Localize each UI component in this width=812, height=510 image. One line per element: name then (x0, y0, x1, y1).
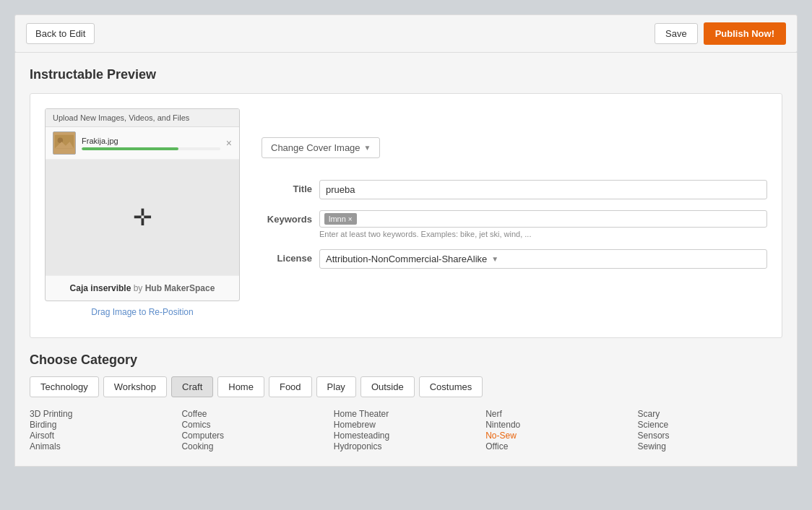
category-section: Choose Category TechnologyWorkshopCraftH… (30, 353, 782, 451)
subcategory-col-4: ScaryScienceSensorsSewing (638, 408, 782, 451)
title-input[interactable] (319, 180, 767, 199)
category-tabs: TechnologyWorkshopCraftHomeFoodPlayOutsi… (30, 376, 782, 397)
back-to-edit-button[interactable]: Back to Edit (26, 23, 95, 44)
keywords-control: lmnn × Enter at least two keywords. Exam… (319, 210, 767, 238)
image-title-link[interactable]: Caja inservible (70, 283, 131, 293)
upload-filename: Frakija.jpg (82, 137, 220, 145)
title-control (319, 180, 767, 199)
change-cover-caret-icon: ▼ (364, 144, 371, 152)
category-tab-outside[interactable]: Outside (360, 376, 415, 397)
upload-item: Frakija.jpg × (46, 127, 239, 160)
keywords-label: Keywords (262, 210, 312, 225)
category-tab-technology[interactable]: Technology (30, 376, 99, 397)
top-right-buttons: Save Publish Now! (655, 22, 786, 45)
keyword-hint: Enter at least two keywords. Examples: b… (319, 230, 767, 238)
title-label: Title (262, 180, 312, 194)
upload-progress-bar (82, 147, 178, 150)
image-area: Upload New Images, Videos, and Files F (45, 108, 240, 323)
subcategory-grid: 3D PrintingBirdingAirsoftAnimalsCoffeeCo… (30, 408, 782, 451)
image-by: by (134, 283, 145, 293)
subcategory-col-1: CoffeeComicsComputersCooking (181, 408, 326, 451)
upload-close-icon[interactable]: × (226, 137, 232, 149)
drag-reposition-label[interactable]: Drag Image to Re-Position (45, 301, 240, 323)
keyword-tag: lmnn × (324, 213, 357, 225)
keyword-remove-icon[interactable]: × (348, 215, 353, 223)
category-title: Choose Category (30, 353, 782, 368)
license-label: License (262, 249, 312, 264)
image-author-link[interactable]: Hub MakerSpace (145, 283, 215, 293)
category-tab-home[interactable]: Home (217, 376, 264, 397)
instructable-preview-title: Instructable Preview (30, 67, 782, 82)
subcategory-item-animals[interactable]: Animals (30, 440, 61, 453)
main-content: Instructable Preview Upload New Images, … (14, 53, 798, 467)
subcategory-col-2: Home TheaterHomebrewHomesteadingHydropon… (334, 408, 478, 451)
upload-progress-bar-container (82, 147, 220, 150)
upload-box: Upload New Images, Videos, and Files F (45, 108, 240, 301)
license-value: Attribution-NonCommercial-ShareAlike (326, 254, 487, 264)
category-tab-workshop[interactable]: Workshop (103, 376, 167, 397)
keywords-row: Keywords lmnn × Enter at least two keywo… (262, 210, 767, 238)
category-tab-costumes[interactable]: Costumes (419, 376, 483, 397)
category-tab-food[interactable]: Food (269, 376, 312, 397)
subcategory-col-3: NerfNintendoNo-SewOffice (485, 408, 630, 451)
keyword-input[interactable] (360, 214, 762, 225)
subcategory-item-sewing[interactable]: Sewing (638, 440, 666, 453)
change-cover-label: Change Cover Image (271, 142, 360, 153)
preview-area: Upload New Images, Videos, and Files F (30, 93, 782, 338)
change-cover-button[interactable]: Change Cover Image ▼ (262, 137, 380, 158)
category-tab-craft[interactable]: Craft (171, 376, 213, 397)
drag-canvas[interactable]: ✛ (46, 160, 239, 275)
save-button[interactable]: Save (655, 23, 698, 44)
title-row: Title (262, 180, 767, 199)
subcategory-col-0: 3D PrintingBirdingAirsoftAnimals (30, 408, 174, 451)
upload-header: Upload New Images, Videos, and Files (46, 109, 239, 127)
license-select[interactable]: Attribution-NonCommercial-ShareAlike ▼ (319, 249, 767, 269)
image-caption: Caja inservible by Hub MakerSpace (46, 275, 239, 301)
top-bar: Back to Edit Save Publish Now! (14, 14, 798, 53)
license-control: Attribution-NonCommercial-ShareAlike ▼ (319, 249, 767, 269)
upload-info: Frakija.jpg (82, 137, 220, 150)
category-tab-play[interactable]: Play (316, 376, 356, 397)
keyword-tag-text: lmnn (329, 215, 346, 223)
subcategory-item-cooking[interactable]: Cooking (181, 440, 213, 453)
move-icon: ✛ (133, 204, 152, 231)
license-caret-icon: ▼ (491, 255, 498, 263)
subcategory-item-office[interactable]: Office (485, 440, 508, 453)
license-row: License Attribution-NonCommercial-ShareA… (262, 249, 767, 269)
form-area: Change Cover Image ▼ Title Keywords (262, 108, 767, 269)
publish-button[interactable]: Publish Now! (704, 22, 786, 45)
keywords-wrapper[interactable]: lmnn × (319, 210, 767, 228)
upload-thumbnail (53, 131, 76, 155)
subcategory-item-hydroponics[interactable]: Hydroponics (334, 440, 382, 453)
